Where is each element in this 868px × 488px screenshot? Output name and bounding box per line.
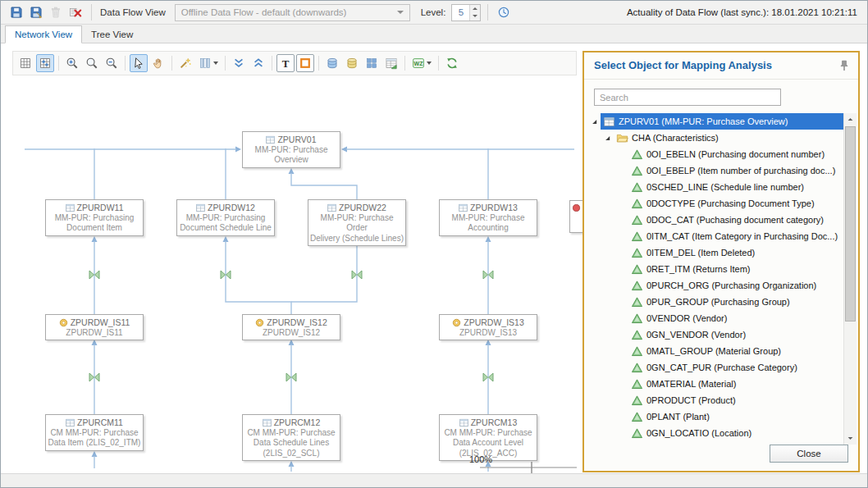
expander-icon[interactable] — [603, 134, 612, 143]
flow-node-zpurdw_is13[interactable]: ZPURDW_IS13ZPURDW_IS13 — [439, 314, 537, 340]
zoom-in-icon[interactable] — [63, 54, 81, 72]
tree-item[interactable]: 0ITEM_DEL (Item Deleted) — [585, 244, 843, 261]
database-yellow-icon[interactable] — [343, 54, 361, 72]
flow-node-zpurdw_is12[interactable]: ZPURDW_IS12ZPURDW_IS12 — [242, 314, 340, 340]
separator — [58, 56, 59, 71]
expander-icon[interactable] — [590, 117, 599, 126]
infoprovider-icon — [263, 418, 272, 427]
tree-item[interactable]: 0RET_ITM (Returns Item) — [585, 261, 843, 277]
expand-all-icon[interactable] — [230, 54, 248, 72]
remove-assignment-icon[interactable] — [66, 3, 85, 21]
panel-title: Select Object for Mapping Analysis — [594, 59, 772, 71]
flow-node-zpurdw12[interactable]: ZPURDW12MM-PUR: PurchasingDocument Sched… — [176, 199, 275, 236]
close-button[interactable]: Close — [770, 445, 848, 463]
sync-status-icon[interactable] — [495, 3, 513, 21]
pan-hand-icon[interactable] — [149, 54, 167, 72]
svg-text:T: T — [282, 57, 290, 70]
save-icon[interactable] — [7, 3, 25, 21]
tree-item[interactable]: 0GN_VENDOR (Vendor) — [585, 326, 843, 343]
main-toolbar: Data Flow View Offline Data Flow - defau… — [1, 1, 867, 25]
separator — [171, 56, 172, 71]
level-spinner[interactable]: 5 — [451, 4, 481, 21]
svg-text:WZ: WZ — [414, 61, 424, 66]
spin-up-icon[interactable] — [470, 5, 480, 13]
flow-node-zpurv01[interactable]: ZPURV01MM-PUR: PurchaseOverview — [242, 131, 340, 168]
flow-node-zpurcm11[interactable]: ZPURCM11CM MM-PUR: PurchaseData Item (2L… — [45, 414, 144, 451]
show-grid-icon[interactable] — [16, 54, 34, 72]
tree-item[interactable]: 0MATERIAL (Material) — [585, 376, 843, 392]
mapping-analysis-panel: Select Object for Mapping Analysis ZPURV… — [582, 51, 860, 472]
data-flow-dropdown[interactable]: Offline Data Flow - default (downwards) — [175, 4, 410, 21]
characteristic-icon — [631, 411, 643, 423]
indent-spacer — [618, 281, 627, 290]
save-as-icon[interactable] — [27, 3, 45, 21]
separator — [225, 56, 226, 71]
infoprovider-icon — [266, 135, 275, 144]
scroll-up-icon[interactable] — [844, 113, 857, 125]
tree-item[interactable]: 0PURCH_ORG (Purchasing Organization) — [585, 277, 843, 294]
snap-to-grid-icon[interactable] — [36, 54, 54, 72]
search-input[interactable] — [594, 89, 781, 106]
indent-spacer — [618, 265, 627, 274]
tree-item[interactable]: 0PLANT (Plant) — [585, 408, 843, 425]
tab-tree-view[interactable]: Tree View — [82, 26, 142, 43]
flow-node-zpurdw13[interactable]: ZPURDW13MM-PUR: PurchaseAccounting — [439, 199, 537, 236]
refresh-icon[interactable] — [443, 54, 461, 72]
infosource-icon — [255, 318, 264, 327]
infoprovider-icon — [459, 418, 468, 427]
delete-icon[interactable] — [47, 3, 65, 21]
tree-item[interactable]: 0PUR_GROUP (Purchasing Group) — [585, 294, 843, 310]
tree-item[interactable]: 0SCHED_LINE (Schedule line number) — [585, 179, 843, 195]
characteristic-icon — [631, 181, 643, 194]
tree-item[interactable]: 0GN_LOCATIO (Location) — [585, 425, 843, 441]
infoprovider-icon — [196, 203, 205, 212]
zoom-out-icon[interactable] — [103, 54, 121, 72]
characteristic-icon — [631, 378, 643, 390]
flow-node-zpurdw11[interactable]: ZPURDW11MM-PUR: PurchasingDocument Item — [45, 199, 144, 236]
flow-node-zpurdw_is11[interactable]: ZPURDW_IS11ZPURDW_IS11 — [45, 314, 144, 340]
database-blue-icon[interactable] — [323, 54, 341, 72]
status-icon — [572, 203, 581, 212]
diagram-toolbar: TWZ — [12, 51, 577, 75]
dropdown-value: Offline Data Flow - default (downwards) — [181, 7, 347, 17]
tree-item[interactable]: 0DOC_CAT (Puchasing document category) — [585, 212, 843, 228]
matrix-icon[interactable] — [363, 54, 381, 72]
flow-node-zpurdw22[interactable]: ZPURDW22MM-PUR: Purchase OrderDelivery (… — [308, 199, 406, 246]
collapse-all-icon[interactable] — [249, 54, 267, 72]
tree-item[interactable]: 0GN_CAT_PUR (Purchase Category) — [585, 359, 843, 376]
levels-icon[interactable] — [196, 54, 221, 72]
tree-item[interactable]: 0MATL_GROUP (Material Group) — [585, 343, 843, 359]
pin-icon[interactable] — [835, 57, 853, 75]
auto-layout-icon[interactable] — [176, 54, 194, 72]
tree-item[interactable]: 0VENDOR (Vendor) — [585, 310, 843, 326]
tree-root-item[interactable]: ZPURV01 (MM-PUR: Purchase Overview) — [585, 113, 843, 130]
indent-spacer — [618, 298, 627, 307]
export-table-icon[interactable] — [382, 54, 400, 72]
indent-spacer — [618, 150, 627, 159]
characteristic-icon — [631, 148, 643, 161]
pointer-icon[interactable] — [130, 54, 148, 72]
tree-item[interactable]: 0ITM_CAT (Item Category in Purchasing Do… — [585, 228, 843, 244]
flow-node-zpurcm12[interactable]: ZPURCM12CM MM-PUR: PurchaseData Schedule… — [242, 414, 340, 461]
zoom-original-icon[interactable] — [83, 54, 101, 72]
spin-down-icon[interactable] — [470, 12, 480, 21]
tree-item[interactable]: 0DOCTYPE (Purchasing Document Type) — [585, 195, 843, 212]
characteristic-icon — [631, 427, 643, 440]
tree-group-item[interactable]: CHA (Characteristics) — [585, 130, 843, 146]
indent-spacer — [618, 347, 627, 356]
folder-open-icon — [616, 132, 628, 144]
where-used-icon[interactable]: WZ — [409, 54, 434, 72]
tab-network-view[interactable]: Network View — [5, 25, 82, 43]
characteristic-icon — [631, 263, 643, 276]
text-tool-icon[interactable]: T — [276, 54, 295, 72]
tree-item[interactable]: 0OI_EBELN (Purchasing document number) — [585, 146, 843, 162]
indent-spacer — [618, 314, 627, 323]
scrollbar-thumb[interactable] — [845, 126, 856, 322]
tree-item[interactable]: 0OI_EBELP (Item number of purchasing doc… — [585, 162, 843, 179]
characteristic-icon — [631, 198, 643, 210]
chevron-down-icon — [397, 11, 404, 14]
highlight-frame-icon[interactable] — [296, 54, 314, 72]
tree-item[interactable]: 0PRODUCT (Product) — [585, 392, 843, 408]
tree-scrollbar[interactable] — [843, 113, 857, 445]
scroll-down-icon[interactable] — [844, 432, 857, 445]
